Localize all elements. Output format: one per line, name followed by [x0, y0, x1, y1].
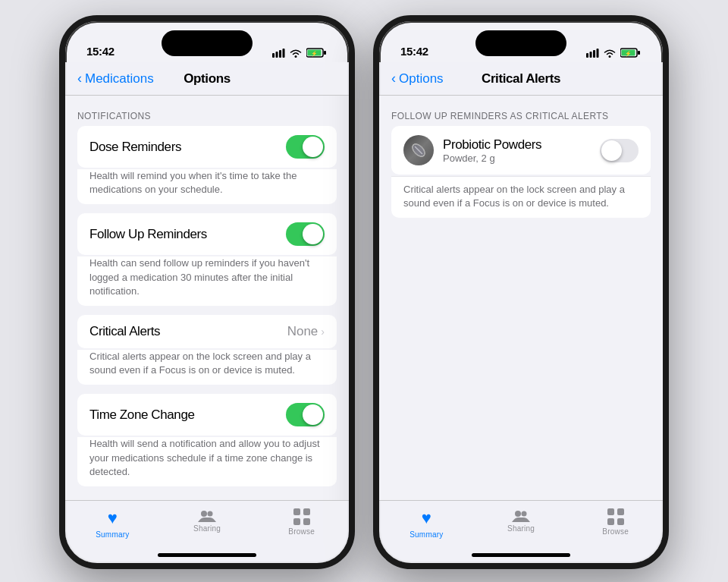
browse-icon-1 [293, 508, 310, 525]
notifications-header: NOTIFICATIONS [65, 96, 349, 126]
critical-alerts-desc: Critical alerts appear on the lock scree… [89, 350, 325, 377]
summary-icon-1: ♥ [108, 508, 118, 528]
browse-label-1: Browse [288, 527, 315, 536]
wifi-icon-1 [290, 49, 302, 58]
nav-bar-2: ‹ Options Critical Alerts [379, 62, 663, 96]
timezone-row[interactable]: Time Zone Change [77, 394, 337, 436]
svg-point-9 [201, 511, 207, 517]
home-indicator-2 [472, 553, 570, 557]
svg-rect-0 [272, 53, 275, 58]
browse-label-2: Browse [602, 527, 629, 536]
critical-alerts-desc-wrapper: Critical alerts appear on the lock scree… [77, 350, 337, 385]
battery-icon-2: ⚡ [620, 48, 642, 58]
timezone-knob [303, 404, 323, 425]
probiotic-icon [403, 135, 434, 165]
browse-icon-2 [607, 508, 624, 525]
battery-icon-1: ⚡ [306, 48, 328, 58]
svg-rect-28 [607, 508, 614, 515]
sharing-label-1: Sharing [193, 524, 221, 533]
dose-reminders-toggle[interactable] [286, 135, 325, 159]
probiotic-toggle[interactable] [600, 139, 639, 162]
nav-bar-1: ‹ Medications Options [65, 62, 349, 96]
signal-icon-2 [586, 49, 599, 58]
summary-label-1: Summary [96, 530, 129, 539]
followup-toggle[interactable] [286, 222, 325, 246]
wifi-icon-2 [604, 49, 616, 58]
timezone-desc-wrapper: Health will send a notification and allo… [77, 437, 337, 486]
critical-section-header: FOLLOW UP REMINDERS AS CRITICAL ALERTS [379, 96, 663, 126]
svg-rect-12 [303, 508, 310, 515]
tab-sharing-1[interactable]: Sharing [184, 508, 230, 533]
probiotic-name: Probiotic Powders [443, 137, 591, 153]
svg-rect-7 [324, 51, 326, 55]
svg-rect-2 [279, 50, 281, 58]
sharing-icon-2 [512, 508, 530, 522]
svg-rect-17 [593, 50, 595, 58]
content-2: FOLLOW UP REMINDERS AS CRITICAL ALERTS P… [379, 96, 663, 500]
tab-summary-1[interactable]: ♥ Summary [89, 508, 135, 539]
timezone-label: Time Zone Change [89, 407, 195, 423]
svg-text:⚡: ⚡ [311, 50, 318, 57]
svg-rect-16 [590, 52, 592, 58]
dynamic-island-1 [162, 30, 253, 56]
dose-reminders-row[interactable]: Dose Reminders [77, 126, 337, 168]
critical-alerts-chevron: › [321, 326, 325, 338]
dose-reminders-knob [303, 137, 323, 157]
followup-group: Follow Up Reminders [77, 213, 337, 255]
timezone-toggle[interactable] [286, 403, 325, 426]
sharing-icon-1 [198, 508, 216, 522]
svg-rect-1 [276, 52, 278, 58]
critical-alerts-group: Critical Alerts None › [77, 315, 337, 348]
svg-point-19 [609, 55, 611, 58]
svg-point-27 [521, 511, 526, 517]
summary-icon-2: ♥ [422, 508, 431, 528]
status-icons-2: ⚡ [586, 48, 642, 58]
back-label-2: Options [399, 71, 444, 87]
svg-point-4 [295, 55, 297, 58]
svg-rect-22 [638, 51, 640, 55]
tab-browse-2[interactable]: Browse [593, 508, 639, 536]
critical-alerts-label: Critical Alerts [89, 324, 160, 339]
tab-summary-2[interactable]: ♥ Summary [403, 508, 449, 539]
critical-alerts-row[interactable]: Critical Alerts None › [77, 315, 337, 348]
critical-alerts-value: None › [287, 324, 325, 339]
home-indicator-1 [158, 553, 256, 557]
followup-row[interactable]: Follow Up Reminders [77, 213, 337, 255]
summary-label-2: Summary [410, 530, 443, 539]
tab-sharing-2[interactable]: Sharing [498, 508, 544, 533]
probiotic-detail: Powder, 2 g [443, 153, 591, 164]
nav-title-2: Critical Alerts [482, 71, 560, 87]
status-time-1: 15:42 [86, 45, 115, 58]
probiotic-desc: Critical alerts appear on the lock scree… [403, 177, 639, 210]
svg-rect-31 [617, 518, 624, 525]
status-time-2: 15:42 [400, 45, 428, 58]
probiotic-group: Probiotic Powders Powder, 2 g [391, 126, 651, 175]
dose-reminders-label: Dose Reminders [89, 140, 181, 155]
svg-rect-11 [293, 508, 300, 515]
svg-rect-30 [607, 518, 614, 525]
followup-desc: Health can send follow up reminders if y… [89, 256, 325, 298]
tab-browse-1[interactable]: Browse [279, 508, 325, 536]
followup-desc-wrapper: Health can send follow up reminders if y… [77, 256, 337, 306]
back-label-1: Medications [85, 71, 154, 87]
svg-rect-15 [586, 53, 588, 58]
probiotic-desc-wrapper: Critical alerts appear on the lock scree… [391, 176, 651, 218]
probiotic-row[interactable]: Probiotic Powders Powder, 2 g [391, 126, 651, 175]
back-button-2[interactable]: ‹ Options [391, 71, 444, 87]
content-1: NOTIFICATIONS Dose Reminders Health will… [65, 96, 349, 500]
timezone-desc: Health will send a notification and allo… [89, 437, 325, 479]
phone-2: 15:42 ⚡ ‹ Options [373, 15, 669, 569]
sharing-label-2: Sharing [507, 524, 535, 533]
svg-point-26 [515, 511, 521, 517]
svg-point-10 [207, 511, 212, 517]
probiotic-info: Probiotic Powders Powder, 2 g [443, 137, 591, 164]
signal-icon-1 [272, 49, 285, 58]
critical-alerts-none: None [287, 324, 318, 339]
back-chevron-2: ‹ [391, 71, 396, 87]
dose-reminders-desc: Health will remind you when it's time to… [89, 169, 325, 197]
phone-1: 15:42 ⚡ [59, 15, 355, 569]
timezone-group: Time Zone Change [77, 394, 337, 436]
svg-rect-29 [617, 508, 624, 515]
back-button-1[interactable]: ‹ Medications [77, 71, 154, 87]
dose-reminders-desc-wrapper: Health will remind you when it's time to… [77, 169, 337, 204]
